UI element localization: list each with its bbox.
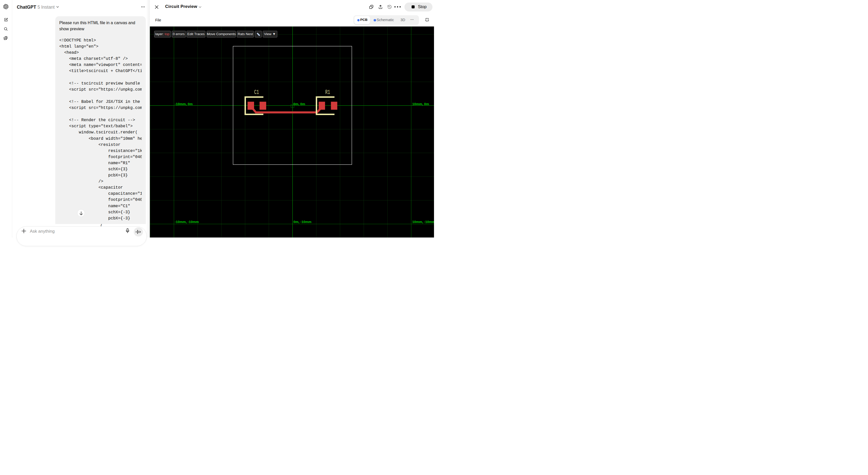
svg-text:0m, -10mm: 0m, -10mm — [293, 220, 311, 224]
svg-text:10mm, -10mm: 10mm, -10mm — [412, 220, 434, 224]
svg-text:10mm, 0m: 10mm, 0m — [412, 102, 429, 106]
svg-text:-10mm, 0m: -10mm, 0m — [175, 102, 193, 106]
svg-text:C1: C1 — [254, 89, 259, 96]
svg-text:R1: R1 — [325, 89, 330, 96]
svg-text:0m, 0m: 0m, 0m — [293, 102, 305, 106]
svg-text:-10mm, -10mm: -10mm, -10mm — [175, 220, 199, 224]
